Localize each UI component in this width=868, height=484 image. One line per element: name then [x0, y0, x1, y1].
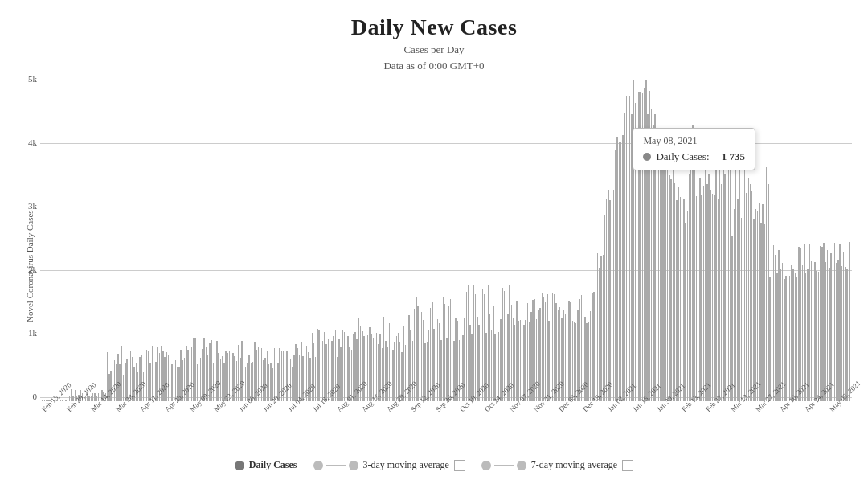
bar [439, 323, 440, 401]
bar [387, 347, 387, 401]
legend-7day-line-container [481, 461, 526, 470]
bar [197, 364, 198, 401]
bar [423, 320, 424, 401]
bar [667, 154, 668, 401]
bar [663, 164, 664, 401]
bar [760, 223, 761, 401]
bar [139, 357, 140, 401]
x-label-wrapper: Feb 27, 2021 [704, 404, 729, 453]
x-label-wrapper: Sep 12, 2020 [409, 404, 434, 453]
bar [637, 93, 637, 401]
bar [324, 332, 325, 401]
bar [603, 255, 604, 401]
bar [727, 121, 727, 401]
bar [489, 314, 490, 401]
legend-7day-dot [481, 461, 491, 470]
legend: Daily Cases 3-day moving average 7-day m… [235, 459, 633, 471]
bar [236, 361, 237, 401]
bar [750, 184, 751, 401]
bar [746, 193, 747, 401]
bar [464, 318, 465, 401]
bar [222, 356, 223, 401]
bar [665, 163, 666, 401]
bar [313, 343, 314, 401]
bar [321, 330, 321, 401]
bar [375, 319, 375, 401]
bar [845, 267, 845, 401]
bar [568, 301, 569, 401]
bar [712, 194, 713, 401]
bar [599, 268, 600, 401]
bar [174, 354, 174, 401]
bar [315, 357, 316, 401]
bar [141, 355, 141, 401]
bar [839, 244, 840, 401]
chart-wrapper: Daily New Cases Cases per Day Data as of… [0, 0, 868, 479]
bar [721, 184, 722, 401]
bar [624, 113, 624, 401]
bar [600, 256, 601, 401]
bar [703, 186, 704, 401]
bar [651, 109, 652, 401]
bar [764, 224, 765, 401]
x-label-wrapper: Apr 25, 2020 [163, 404, 188, 453]
bar [468, 285, 469, 401]
x-label-wrapper: Mar 27, 2021 [754, 404, 779, 453]
bar [690, 157, 691, 401]
bar [148, 351, 149, 401]
bar [633, 80, 634, 401]
bar [759, 203, 760, 401]
bar [613, 190, 614, 401]
bar [91, 396, 92, 401]
bar [683, 199, 684, 401]
bar [731, 236, 732, 401]
bar [798, 247, 799, 401]
x-label-wrapper: Aug 29, 2020 [385, 404, 410, 453]
bar [766, 167, 767, 402]
bar [673, 168, 674, 401]
bar [466, 292, 467, 401]
x-label-wrapper: Jul 18, 2020 [311, 404, 336, 453]
bar [620, 142, 621, 401]
legend-item-daily-cases: Daily Cases [235, 459, 297, 471]
bar [699, 178, 700, 401]
bar [450, 299, 451, 401]
bar [344, 332, 345, 401]
bar [816, 271, 817, 401]
bar [469, 325, 470, 401]
bar [734, 209, 735, 401]
legend-item-3day: 3-day moving average [313, 459, 465, 471]
bar [366, 347, 366, 401]
bar [94, 393, 95, 401]
legend-item-7day: 7-day moving average [481, 459, 633, 471]
bar [772, 277, 772, 401]
bar [396, 336, 397, 401]
bar [730, 168, 731, 401]
bar [804, 244, 805, 401]
bar [821, 247, 822, 401]
bar [551, 298, 551, 401]
bar [448, 306, 448, 401]
bar [818, 272, 819, 401]
bar [391, 325, 391, 401]
x-label-wrapper: Mar 28, 2020 [114, 404, 139, 453]
x-label-wrapper: Nov 07, 2020 [508, 404, 533, 453]
bar [807, 269, 808, 401]
legend-3day-box [454, 460, 465, 471]
bar [827, 250, 828, 401]
bar [297, 348, 298, 401]
bar [514, 325, 515, 401]
bar [680, 197, 681, 401]
bar [658, 139, 659, 401]
bar [813, 260, 813, 401]
bar [619, 142, 620, 401]
bar [762, 204, 763, 401]
bar [825, 262, 826, 401]
x-label-wrapper: Jun 20, 2020 [261, 404, 286, 453]
bar [737, 199, 738, 401]
bar [836, 263, 837, 401]
bar [570, 302, 571, 401]
bar [718, 199, 719, 401]
legend-daily-cases-label: Daily Cases [249, 459, 297, 471]
bar [539, 308, 540, 401]
